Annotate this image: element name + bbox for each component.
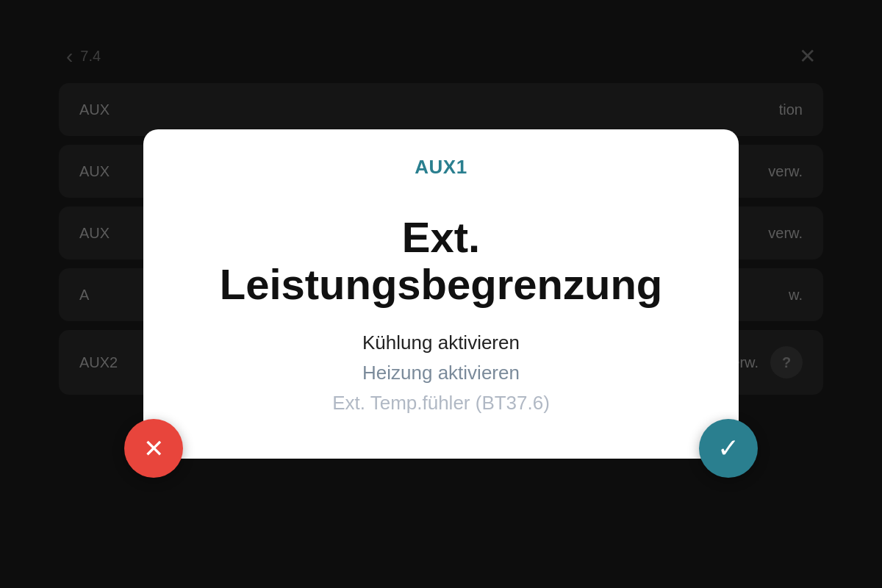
modal-confirm-button[interactable]: ✓ bbox=[699, 419, 758, 478]
modal-cancel-button[interactable]: ✕ bbox=[124, 419, 183, 478]
modal-options-list: Kühlung aktivieren Heizung aktivieren Ex… bbox=[182, 331, 700, 415]
modal-main-label: Ext. Leistungsbegrenzung bbox=[182, 214, 700, 308]
modal-overlay: AUX1 Ext. Leistungsbegrenzung Kühlung ak… bbox=[0, 0, 882, 588]
modal-option-2[interactable]: Heizung aktivieren bbox=[362, 362, 520, 384]
modal-title: AUX1 bbox=[415, 156, 467, 179]
modal-option-1[interactable]: Kühlung aktivieren bbox=[362, 331, 520, 354]
cancel-icon: ✕ bbox=[143, 436, 164, 461]
modal-dialog: AUX1 Ext. Leistungsbegrenzung Kühlung ak… bbox=[143, 129, 739, 459]
confirm-icon: ✓ bbox=[717, 435, 739, 462]
modal-option-3[interactable]: Ext. Temp.fühler (BT37.6) bbox=[332, 392, 550, 415]
